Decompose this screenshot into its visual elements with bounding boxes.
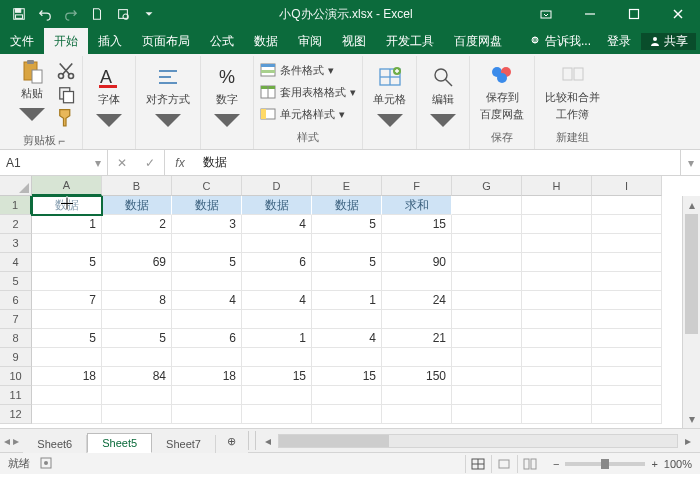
cell[interactable] [452,310,522,329]
cell[interactable] [522,253,592,272]
cell[interactable] [172,310,242,329]
cell[interactable] [522,215,592,234]
cell[interactable] [592,367,662,386]
cell[interactable] [102,386,172,405]
cell[interactable] [102,272,172,291]
row-header[interactable]: 1 [0,196,32,215]
scroll-left-icon[interactable]: ◂ [260,433,276,449]
cell[interactable] [592,329,662,348]
conditional-format-button[interactable]: 条件格式▾ [260,62,356,78]
cell[interactable] [242,234,312,253]
cell[interactable] [592,405,662,424]
cell[interactable]: 84 [102,367,172,386]
cell[interactable]: 24 [382,291,452,310]
undo-icon[interactable] [32,0,58,28]
table-format-button[interactable]: 套用表格格式▾ [260,84,356,100]
cell[interactable]: 1 [312,291,382,310]
cell[interactable]: 5 [32,329,102,348]
cell[interactable]: 5 [312,253,382,272]
cell[interactable] [592,215,662,234]
new-file-icon[interactable] [84,0,110,28]
cell[interactable]: 数据 [172,196,242,215]
row-header[interactable]: 10 [0,367,32,386]
cell[interactable] [522,386,592,405]
row-header[interactable]: 6 [0,291,32,310]
cell[interactable]: 1 [32,215,102,234]
add-sheet-button[interactable]: ⊕ [216,430,248,453]
print-preview-icon[interactable] [110,0,136,28]
cell[interactable]: 6 [242,253,312,272]
cell[interactable]: 3 [172,215,242,234]
cell[interactable] [172,405,242,424]
col-header[interactable]: F [382,176,452,196]
row-header[interactable]: 3 [0,234,32,253]
cell[interactable]: 90 [382,253,452,272]
cell[interactable]: 15 [382,215,452,234]
zoom-out-icon[interactable]: − [553,458,559,470]
cell[interactable] [592,386,662,405]
login-link[interactable]: 登录 [601,33,637,50]
close-icon[interactable] [656,0,700,28]
cell[interactable] [32,348,102,367]
cell[interactable] [242,405,312,424]
cell[interactable] [242,272,312,291]
cell[interactable] [522,348,592,367]
share-button[interactable]: 共享 [641,33,696,50]
fx-icon[interactable]: fx [165,150,195,175]
cell[interactable] [592,234,662,253]
scroll-thumb[interactable] [685,214,698,334]
cell[interactable] [102,348,172,367]
cell[interactable] [32,405,102,424]
cell[interactable]: 数据 [32,196,102,215]
cell[interactable]: 6 [172,329,242,348]
scroll-right-icon[interactable]: ▸ [680,433,696,449]
cell[interactable]: 15 [312,367,382,386]
cell[interactable] [382,272,452,291]
tab-数据[interactable]: 数据 [244,28,288,54]
cell[interactable] [592,272,662,291]
tab-视图[interactable]: 视图 [332,28,376,54]
cell[interactable] [452,386,522,405]
col-header[interactable]: D [242,176,312,196]
sheet-tab[interactable]: Sheet6 [23,435,87,453]
cell[interactable]: 5 [32,253,102,272]
row-header[interactable]: 5 [0,272,32,291]
ribbon-options-icon[interactable] [524,0,568,28]
cell[interactable] [172,234,242,253]
cell[interactable] [382,234,452,253]
row-header[interactable]: 11 [0,386,32,405]
cut-icon[interactable] [56,61,76,81]
cell[interactable]: 7 [32,291,102,310]
cell[interactable]: 18 [172,367,242,386]
cell[interactable] [32,272,102,291]
cell[interactable] [312,348,382,367]
cell[interactable] [452,291,522,310]
tab-splitter[interactable] [248,431,256,450]
cell[interactable] [172,386,242,405]
tab-file[interactable]: 文件 [0,28,44,54]
cell[interactable] [102,405,172,424]
cell[interactable] [522,329,592,348]
alignment-button[interactable]: 对齐方式 [142,62,194,137]
tell-me[interactable]: 告诉我... [524,33,597,50]
cell[interactable] [312,272,382,291]
expand-formula-icon[interactable]: ▾ [680,150,700,175]
cell[interactable] [312,386,382,405]
cell[interactable]: 18 [32,367,102,386]
vertical-scrollbar[interactable]: ▴ ▾ [682,196,700,428]
cell[interactable] [522,405,592,424]
row-header[interactable]: 12 [0,405,32,424]
format-painter-icon[interactable] [56,107,76,127]
col-header[interactable]: A [32,176,102,196]
cell[interactable] [522,310,592,329]
col-header[interactable]: C [172,176,242,196]
tab-nav[interactable]: ◂ ▸ [0,429,23,452]
cell[interactable]: 4 [242,215,312,234]
scroll-down-icon[interactable]: ▾ [683,410,700,428]
cell[interactable]: 150 [382,367,452,386]
cells-button[interactable]: 单元格 [369,62,410,137]
hscroll-thumb[interactable] [279,435,389,447]
cell[interactable]: 数据 [102,196,172,215]
horizontal-scrollbar[interactable]: ◂ ▸ [256,429,700,452]
cell[interactable] [452,405,522,424]
